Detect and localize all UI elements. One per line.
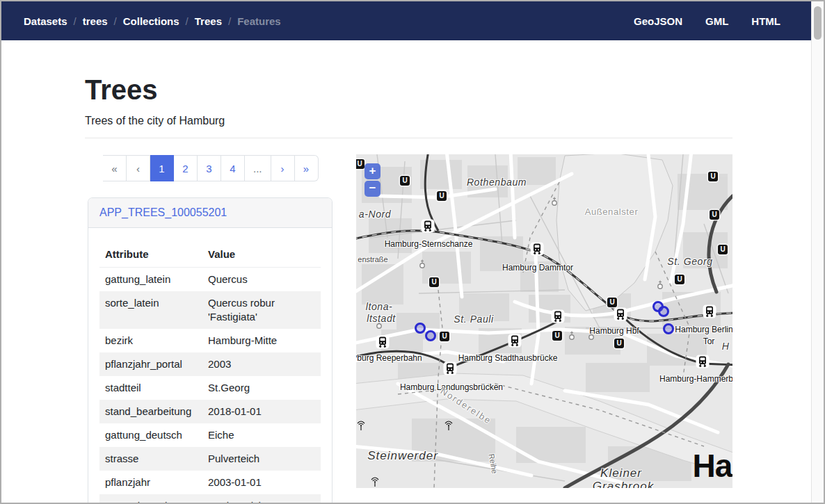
attribute-cell: stadtteil [99,376,202,400]
train-station-icon [703,304,716,321]
map-label: Grasbrook [593,480,654,488]
map-label: Rothenbaum [467,177,527,188]
attribute-cell: pflanzjahr_portal [99,352,202,376]
map-label: Hamburg Berlin [675,325,732,334]
map-label: Ha [693,447,732,485]
pagination: « ‹ 1 2 3 4 ... › » [103,155,319,181]
map-label: St. Pauli [454,314,494,325]
train-station-icon [551,309,565,326]
breadcrumb-item[interactable]: trees [83,15,108,27]
value-cell: 2003 [202,352,321,376]
attribute-cell: bezirk [99,329,202,352]
feature-marker[interactable] [663,323,674,334]
ubahn-icon: U [437,191,447,201]
pagination-button[interactable]: 2 [174,155,198,181]
pagination-button[interactable]: 4 [221,155,245,181]
map-label: St. Georg [667,256,712,267]
format-links: GeoJSON GML HTML [634,15,780,27]
map-label: ltstadt [367,313,396,324]
ubahn-icon: U [708,172,718,181]
pagination-button[interactable]: ... [245,155,271,181]
map-label: a-Nord [359,209,391,220]
train-station-icon [614,307,627,324]
table-row: pflanzjahr_portal 2003 [99,352,321,376]
page-subtitle: Trees of the city of Hamburg [85,115,732,127]
table-row: strasse Pulverteich [99,447,321,471]
table-row: pflanzjahr 2003-01-01 [99,471,321,494]
map-label: Kleiner [600,466,642,480]
pagination-button[interactable]: ‹ [127,155,150,181]
attribute-cell: gattung_latein [99,268,202,292]
value-cell: Hamburg-Mitte [202,329,321,352]
page-header: Trees Trees of the city of Hamburg [85,74,732,138]
breadcrumb: Datasets / trees / Collections / Trees /… [24,15,281,27]
breadcrumb-separator: / [228,15,231,27]
scrollbar-track[interactable] [811,1,824,503]
train-station-icon [443,361,457,378]
value-column-header: Value [202,239,321,268]
train-station-icon [376,335,390,352]
map-zoom-control: + − [365,163,381,197]
train-station-icon [530,242,544,259]
attribute-cell: sorte_latein [99,291,202,329]
feature-marker[interactable] [658,306,669,317]
church-icon [656,280,664,293]
zoom-out-button[interactable]: − [365,181,381,197]
value-cell: Säulen-Eiche [202,494,321,504]
value-cell: Quercus robur 'Fastigiata' [202,291,321,329]
value-cell: Pulverteich [202,447,321,471]
feature-card: APP_TREES_100055201 Attribute Value gatt… [88,197,333,504]
table-row: stadtteil St.Georg [99,376,321,400]
antenna-icon [370,476,380,488]
breadcrumb-item[interactable]: Collections [123,15,179,27]
value-cell: St.Georg [202,376,321,400]
ubahn-icon: U [400,176,410,186]
table-row: gattung_deutsch Eiche [99,423,321,447]
map[interactable]: + − [356,154,732,488]
table-row: stand_bearbeitung 2018-01-01 [99,400,321,423]
navbar: Datasets / trees / Collections / Trees /… [1,1,812,40]
feature-marker[interactable] [425,330,436,341]
attribute-table: Attribute Value gattung_latein Quercus s… [99,239,321,504]
map-label: enstraße [358,255,387,263]
breadcrumb-item[interactable]: Features [237,15,281,27]
feature-card-body: Attribute Value gattung_latein Quercus s… [88,228,332,504]
table-row: bezirk Hamburg-Mitte [99,329,321,352]
pagination-button[interactable]: › [271,155,295,181]
zoom-in-button[interactable]: + [365,163,381,179]
format-link[interactable]: GML [705,15,728,27]
format-link[interactable]: HTML [751,15,780,27]
table-row: sorte_deutsch Säulen-Eiche [99,494,321,504]
antenna-icon [444,420,454,434]
map-label: ltona- [366,301,393,312]
map-tiles [356,154,732,488]
pagination-button[interactable]: » [295,155,319,181]
value-cell: Eiche [202,423,321,447]
map-label: Hamburg Stadthausbrücke [458,353,558,363]
church-icon [568,331,576,343]
church-icon [418,259,426,272]
page-title: Trees [85,74,732,106]
divider [85,138,732,138]
map-label: burg Reeperbahn [357,353,422,363]
map-label: Außenalster [585,206,639,217]
browser-viewport: Datasets / trees / Collections / Trees /… [0,0,825,504]
table-row: gattung_latein Quercus [99,268,321,292]
feature-marker[interactable] [415,323,426,334]
ubahn-icon: U [440,332,449,341]
church-icon [550,197,559,209]
breadcrumb-item[interactable]: Datasets [24,15,67,27]
format-link[interactable]: GeoJSON [634,15,682,27]
attribute-cell: gattung_deutsch [99,423,202,447]
scrollbar-thumb[interactable] [814,6,822,40]
feature-id-link[interactable]: APP_TREES_100055201 [99,206,227,218]
breadcrumb-item[interactable]: Trees [195,15,222,27]
value-cell: Quercus [202,268,321,292]
map-label: Tor [703,336,715,346]
map-label: Hamburg Dammtor [502,263,573,273]
ubahn-icon: U [710,210,719,220]
pagination-button[interactable]: « [103,155,127,181]
ubahn-icon: U [614,339,624,348]
pagination-button[interactable]: 1 [150,155,174,181]
pagination-button[interactable]: 3 [198,155,221,181]
